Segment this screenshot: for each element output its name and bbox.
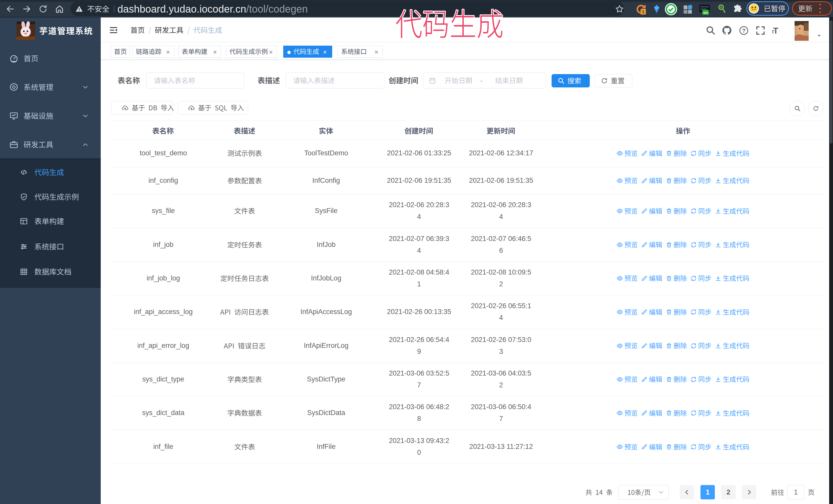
svg-text:?: ? xyxy=(742,27,745,34)
svg-text:on: on xyxy=(703,10,708,15)
svg-text:T: T xyxy=(772,29,774,34)
svg-text:1: 1 xyxy=(642,9,645,14)
